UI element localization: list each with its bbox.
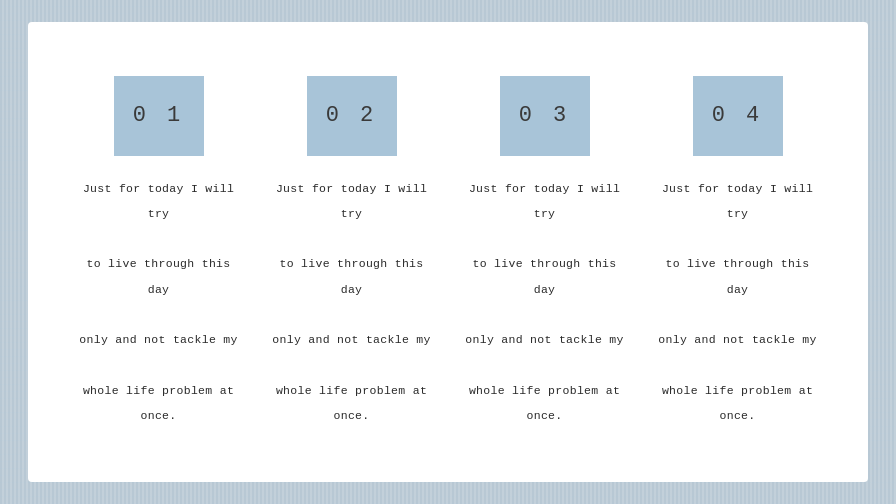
cards-container: 0 1 Just for today I will tryto live thr… <box>76 76 820 429</box>
card-text-1: Just for today I will tryto live through… <box>76 176 241 429</box>
number-label-1: 0 1 <box>133 103 185 128</box>
number-box-2: 0 2 <box>307 76 397 156</box>
number-label-3: 0 3 <box>519 103 571 128</box>
number-box-4: 0 4 <box>693 76 783 156</box>
number-label-4: 0 4 <box>712 103 764 128</box>
card-text-4: Just for today I will tryto live through… <box>655 176 820 429</box>
card-text-2: Just for today I will tryto live through… <box>269 176 434 429</box>
card-4: 0 4 Just for today I will tryto live thr… <box>655 76 820 429</box>
number-label-2: 0 2 <box>326 103 378 128</box>
card-3: 0 3 Just for today I will tryto live thr… <box>462 76 627 429</box>
number-box-3: 0 3 <box>500 76 590 156</box>
card-2: 0 2 Just for today I will tryto live thr… <box>269 76 434 429</box>
number-box-1: 0 1 <box>114 76 204 156</box>
slide: 0 1 Just for today I will tryto live thr… <box>28 22 868 482</box>
card-text-3: Just for today I will tryto live through… <box>462 176 627 429</box>
card-1: 0 1 Just for today I will tryto live thr… <box>76 76 241 429</box>
